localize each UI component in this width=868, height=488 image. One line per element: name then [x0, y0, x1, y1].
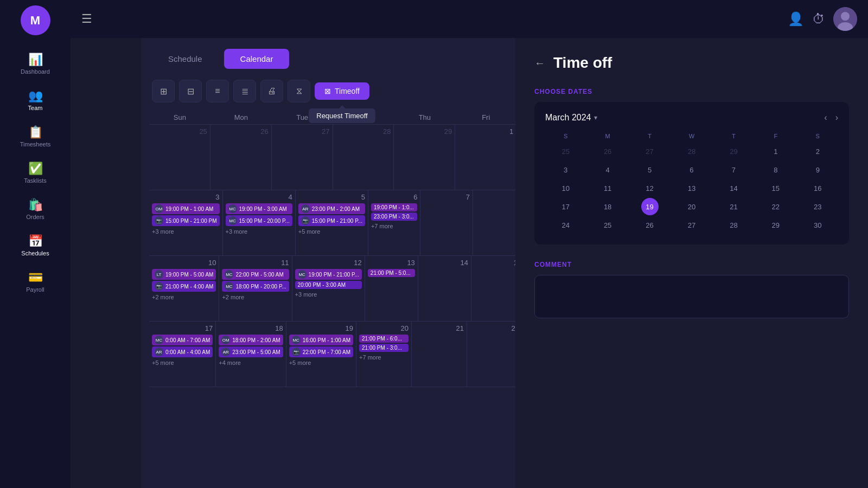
more-events[interactable]: +7 more	[371, 222, 418, 230]
more-events[interactable]: +5 more	[298, 227, 365, 236]
event-bar[interactable]: 21:00 PM - 5:0...	[368, 269, 415, 277]
mini-calendar-day[interactable]: 30	[809, 216, 826, 234]
more-events[interactable]: +5 more	[289, 358, 353, 367]
event-bar[interactable]: AR 23:00 PM - 5:00 AM	[219, 346, 283, 357]
event-bar[interactable]: AR 0:00 AM - 4:00 AM	[152, 346, 213, 357]
calendar-cell[interactable]: 22	[467, 322, 522, 387]
calendar-cell[interactable]: 20 21:00 PM - 6:0... 21:00 PM - 3:0... +…	[356, 322, 412, 387]
mini-calendar-day[interactable]: 20	[683, 198, 700, 215]
mini-calendar-day[interactable]: 6	[683, 161, 700, 178]
calendar-cell[interactable]: 19 MC 16:00 PM - 1:00 AM 📷 22:00 PM - 7:…	[286, 322, 356, 387]
view-rows-button[interactable]: ≣	[233, 80, 256, 102]
sidebar-item-schedules[interactable]: 📅 Schedules	[0, 228, 71, 264]
next-month-button[interactable]: ›	[835, 113, 838, 123]
hamburger-button[interactable]: ☰	[81, 12, 92, 26]
more-events[interactable]: +4 more	[219, 358, 283, 367]
mini-calendar-day[interactable]: 2	[809, 143, 826, 160]
tab-schedule[interactable]: Schedule	[152, 49, 219, 69]
event-bar[interactable]: OM 19:00 PM - 1:00 AM	[152, 203, 220, 214]
mini-calendar-day[interactable]: 16	[809, 179, 826, 197]
event-bar[interactable]: MC 19:00 PM - 21:00 P...	[295, 269, 362, 280]
sidebar-item-team[interactable]: 👥 Team	[0, 82, 71, 119]
mini-calendar-day[interactable]: 27	[683, 216, 700, 234]
view-columns-button[interactable]: ⊟	[179, 80, 202, 102]
calendar-cell[interactable]: 10 LT 19:00 PM - 5:00 AM 📷 21:00 PM - 4:…	[149, 256, 219, 321]
view-list-button[interactable]: ≡	[206, 80, 229, 102]
more-events[interactable]: +3 more	[226, 227, 292, 236]
event-bar[interactable]: 23:00 PM - 3:0...	[371, 213, 418, 221]
event-bar[interactable]: 21:00 PM - 6:0...	[359, 335, 409, 343]
event-bar[interactable]: 📷 21:00 PM - 4:00 AM	[152, 281, 216, 292]
back-button[interactable]: ←	[534, 57, 545, 69]
calendar-cell[interactable]: 17 MC 0:00 AM - 7:00 AM AR 0:00 AM - 4:0…	[149, 322, 216, 387]
sidebar-item-dashboard[interactable]: 📊 Dashboard	[0, 46, 71, 82]
timer-icon[interactable]: ⏱	[812, 11, 825, 27]
sidebar-item-orders[interactable]: 🛍️ Orders	[0, 191, 71, 228]
mini-calendar-day[interactable]: 18	[599, 198, 616, 215]
mini-calendar-day[interactable]: 29	[725, 143, 742, 160]
calendar-cell[interactable]: 27	[272, 125, 333, 190]
users-icon[interactable]: 👤	[788, 11, 804, 27]
tab-calendar[interactable]: Calendar	[224, 49, 290, 69]
mini-calendar-day[interactable]: 24	[557, 216, 575, 234]
timeoff-button[interactable]: ⊠ Timeoff Request Timeoff	[315, 82, 369, 100]
calendar-cell[interactable]: 12 MC 19:00 PM - 21:00 P... 20:00 PM - 3…	[292, 256, 365, 321]
mini-calendar-day[interactable]: 4	[599, 161, 616, 178]
sidebar-item-tasklists[interactable]: ✅ Tasklists	[0, 155, 71, 191]
event-bar[interactable]: MC 0:00 AM - 7:00 AM	[152, 335, 213, 345]
mini-calendar-day[interactable]: 29	[767, 216, 784, 234]
mini-calendar-day[interactable]: 27	[641, 143, 659, 160]
more-events[interactable]: +2 more	[152, 293, 216, 301]
event-bar[interactable]: OM 18:00 PM - 2:00 AM	[219, 335, 283, 345]
mini-calendar-day[interactable]: 9	[809, 161, 826, 178]
event-bar[interactable]: 20:00 PM - 3:00 AM	[295, 281, 362, 289]
calendar-cell[interactable]: 7	[420, 190, 473, 255]
event-bar[interactable]: MC 16:00 PM - 1:00 AM	[289, 335, 353, 345]
more-events[interactable]: +3 more	[295, 290, 362, 299]
more-events[interactable]: +3 more	[152, 227, 220, 236]
event-bar[interactable]: 21:00 PM - 3:0...	[359, 344, 409, 352]
print-button[interactable]: 🖨	[260, 80, 283, 102]
mini-calendar-day[interactable]: 10	[557, 179, 575, 197]
user-avatar[interactable]	[833, 7, 857, 31]
mini-calendar-day[interactable]: 28	[683, 143, 700, 160]
event-bar[interactable]: 📷 15:00 PM - 21:00 P...	[298, 215, 365, 226]
mini-calendar-day[interactable]: 12	[641, 179, 659, 197]
event-bar[interactable]: MC 19:00 PM - 3:00 AM	[226, 203, 292, 214]
filter-button[interactable]: ⧖	[288, 80, 310, 102]
comment-input[interactable]	[534, 275, 849, 318]
calendar-cell[interactable]: 11 MC 22:00 PM - 5:00 AM MC 18:00 PM - 2…	[219, 256, 292, 321]
app-logo[interactable]: M	[21, 5, 50, 35]
mini-calendar-day-today[interactable]: 19	[641, 198, 659, 215]
event-bar[interactable]: MC 18:00 PM - 20:00 P...	[222, 281, 289, 292]
mini-calendar-day[interactable]: 21	[725, 198, 742, 215]
mini-calendar-day[interactable]: 8	[767, 161, 784, 178]
more-events[interactable]: +5 more	[152, 358, 213, 367]
calendar-cell[interactable]: 5 AR 23:00 PM - 2:00 AM 📷 15:00 PM - 21:…	[296, 190, 368, 255]
event-bar[interactable]: 📷 15:00 PM - 21:00 PM	[152, 215, 220, 226]
event-bar[interactable]: MC 15:00 PM - 20:00 P...	[226, 215, 292, 226]
calendar-cell[interactable]: 21	[412, 322, 467, 387]
mini-calendar-day[interactable]: 23	[809, 198, 826, 215]
calendar-cell[interactable]: 14	[418, 256, 471, 321]
event-bar[interactable]: MC 22:00 PM - 5:00 AM	[222, 269, 289, 280]
calendar-cell[interactable]: 28	[333, 125, 394, 190]
calendar-cell[interactable]: 26	[210, 125, 272, 190]
mini-calendar-day[interactable]: 26	[599, 143, 616, 160]
event-bar[interactable]: 📷 22:00 PM - 7:00 AM	[289, 346, 353, 357]
mini-calendar-day[interactable]: 13	[683, 179, 700, 197]
prev-month-button[interactable]: ‹	[824, 113, 827, 123]
event-bar[interactable]: 19:00 PM - 1:0...	[371, 203, 418, 211]
calendar-cell[interactable]: 25	[149, 125, 210, 190]
mini-calendar-day[interactable]: 25	[599, 216, 616, 234]
calendar-cell[interactable]: 13 21:00 PM - 5:0...	[365, 256, 418, 321]
mini-calendar-day[interactable]: 11	[599, 179, 616, 197]
mini-calendar-day[interactable]: 26	[641, 216, 659, 234]
more-events[interactable]: +7 more	[359, 353, 409, 362]
calendar-cell[interactable]: 29	[394, 125, 455, 190]
mini-calendar-day[interactable]: 14	[725, 179, 742, 197]
more-events[interactable]: +2 more	[222, 293, 289, 301]
sidebar-item-payroll[interactable]: 💳 Payroll	[0, 264, 71, 300]
mini-calendar-day[interactable]: 3	[557, 161, 575, 178]
mini-calendar-day[interactable]: 15	[767, 179, 784, 197]
